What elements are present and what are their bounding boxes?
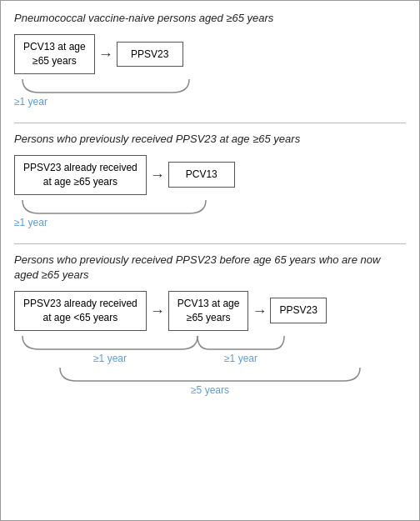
section-3-big-brace-label: ≥5 years	[191, 384, 229, 396]
section-3-brace-right-svg	[191, 334, 291, 353]
divider-1	[14, 123, 406, 123]
section-1-arrow: →	[98, 47, 113, 62]
section-3-big-brace-svg	[52, 366, 368, 384]
section-1-brace-svg	[14, 78, 198, 96]
section-3-arrow-2: →	[252, 303, 267, 318]
section-3-brace-right-label: ≥1 year	[224, 353, 258, 364]
section-1-brace-label: ≥1 year	[14, 96, 48, 108]
section-2-box-1: PPSV23 already receivedat age ≥65 years	[14, 155, 147, 195]
page: Pneumococcal vaccine-naive persons aged …	[1, 1, 419, 421]
section-3-title: Persons who previously received PPSV23 b…	[14, 253, 406, 283]
section-1-title: Pneumococcal vaccine-naive persons aged …	[14, 11, 406, 26]
divider-2	[14, 243, 406, 244]
section-2-brace-label: ≥1 year	[14, 217, 48, 228]
section-3-arrow-1: →	[150, 303, 165, 318]
section-1-box-1: PCV13 at age≥65 years	[14, 34, 95, 74]
section-1-flow: PCV13 at age≥65 years → PPSV23	[14, 34, 406, 74]
section-2-box-2: PCV13	[168, 162, 235, 188]
section-1-brace: ≥1 year	[14, 78, 406, 108]
section-3-brace-left-svg	[14, 334, 206, 353]
section-3-big-brace: ≥5 years	[14, 366, 406, 396]
section-2-title: Persons who previously received PPSV23 a…	[14, 132, 406, 147]
section-3-box-2: PCV13 at age≥65 years	[168, 291, 249, 331]
section-3-brace-left: ≥1 year	[14, 334, 206, 364]
section-1-box-2: PPSV23	[117, 42, 183, 68]
section-3: Persons who previously received PPSV23 b…	[14, 253, 406, 396]
section-3-box-3: PPSV23	[270, 298, 326, 323]
section-3-sub-braces: ≥1 year ≥1 year	[14, 334, 406, 364]
section-1: Pneumococcal vaccine-naive persons aged …	[14, 11, 406, 108]
section-2: Persons who previously received PPSV23 a…	[14, 132, 406, 228]
section-2-flow: PPSV23 already receivedat age ≥65 years …	[14, 155, 406, 195]
section-2-brace: ≥1 year	[14, 198, 406, 228]
section-3-box-1: PPSV23 already receivedat age <65 years	[14, 291, 147, 331]
section-2-brace-svg	[14, 198, 214, 217]
section-3-brace-left-label: ≥1 year	[93, 353, 127, 364]
section-2-arrow: →	[150, 168, 165, 183]
section-3-brace-right: ≥1 year	[191, 334, 291, 364]
section-3-flow: PPSV23 already receivedat age <65 years …	[14, 291, 406, 331]
